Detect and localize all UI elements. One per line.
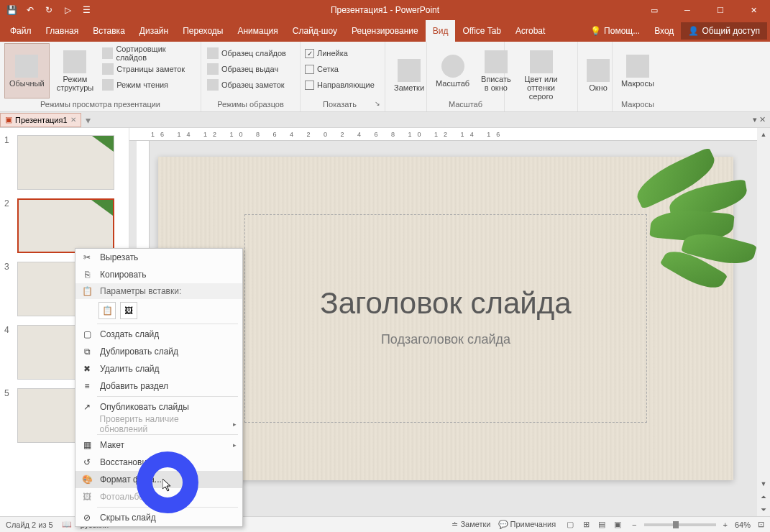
ctx-reset-slide[interactable]: ↺Восстановить слайд — [75, 454, 242, 471]
status-comments-button[interactable]: 💬 Примечания — [498, 520, 556, 529]
status-notes-button[interactable]: ≐ Заметки — [452, 520, 490, 529]
slide-thumbnail-1[interactable] — [17, 135, 114, 190]
copy-icon: ⎘ — [81, 269, 93, 280]
ctx-cut[interactable]: ✂Вырезать — [75, 249, 242, 266]
view-outline[interactable]: Режим структуры — [52, 43, 98, 98]
zoom-in-button[interactable]: + — [723, 520, 728, 529]
qat-redo[interactable]: ↻ — [40, 1, 58, 19]
view-slideshow-icon[interactable]: ▣ — [610, 518, 625, 531]
show-grid[interactable]: Сетка — [305, 62, 375, 76]
layout-icon: ▦ — [81, 439, 93, 451]
menu-officetab[interactable]: Office Tab — [455, 20, 508, 42]
slide-title-placeholder[interactable]: Заголовок слайда — [230, 286, 661, 321]
zoom-slider[interactable] — [644, 523, 716, 526]
maximize-button[interactable]: ☐ — [704, 0, 737, 20]
reset-icon: ↺ — [81, 457, 93, 468]
section-icon: ≡ — [81, 380, 93, 392]
menu-file[interactable]: Файл — [3, 20, 39, 42]
scissors-icon: ✂ — [81, 252, 93, 263]
group-show-label: Показать ↘ — [305, 98, 380, 110]
slide-thumbnail-2[interactable] — [17, 198, 114, 253]
paste-keep-formatting[interactable]: 📋 — [98, 302, 116, 319]
menu-view[interactable]: Вид — [426, 20, 456, 42]
ctx-paste-options-header: 📋Параметры вставки: — [75, 283, 242, 299]
help-button[interactable]: 💡Помощ... — [583, 20, 647, 42]
new-slide-icon: ▢ — [81, 329, 93, 340]
powerpoint-icon: ▣ — [5, 115, 12, 124]
show-guides[interactable]: Направляющие — [305, 78, 375, 92]
view-sorter-icon[interactable]: ⊞ — [579, 518, 593, 531]
add-tab-button[interactable]: ▾ — [81, 114, 96, 126]
share-button[interactable]: 👤Общий доступ — [681, 22, 767, 40]
fit-slide-icon[interactable]: ⊡ — [758, 520, 764, 529]
view-normal-icon[interactable]: ▢ — [563, 518, 577, 531]
duplicate-icon: ⧉ — [81, 346, 93, 357]
publish-icon: ↗ — [81, 401, 93, 413]
menu-insert[interactable]: Вставка — [86, 20, 132, 42]
slide-canvas[interactable]: Заголовок слайда Подзаголовок слайда — [158, 157, 733, 480]
next-slide-icon[interactable]: ⏷ — [757, 503, 770, 516]
ctx-layout[interactable]: ▦Макет▸ — [75, 436, 242, 454]
clipboard-icon: 📋 — [81, 285, 93, 297]
view-normal[interactable]: Обычный — [4, 43, 50, 98]
scroll-down-icon[interactable]: ▼ — [757, 477, 770, 490]
menu-acrobat[interactable]: Acrobat — [508, 20, 552, 42]
color-grayscale-button[interactable]: Цвет или оттенки серого — [509, 43, 573, 107]
ctx-new-slide[interactable]: ▢Создать слайд — [75, 326, 242, 343]
ctx-format-background[interactable]: 🎨Формат фона... — [75, 471, 242, 488]
ribbon-options-icon[interactable]: ▭ — [638, 0, 671, 20]
view-notes-page[interactable]: Страницы заметок — [101, 62, 196, 76]
status-slide-number: Слайд 2 из 5 — [6, 520, 53, 529]
group-macros-label: Макросы — [617, 98, 659, 110]
menu-design[interactable]: Дизайн — [132, 20, 175, 42]
view-reading-icon[interactable]: ▤ — [595, 518, 609, 531]
menu-transitions[interactable]: Переходы — [175, 20, 230, 42]
show-ruler[interactable]: ✓Линейка — [305, 46, 375, 60]
view-reading[interactable]: Режим чтения — [101, 78, 196, 92]
master-notes[interactable]: Образец заметок — [206, 78, 288, 92]
notes-button[interactable]: Заметки — [390, 43, 428, 107]
zoom-out-button[interactable]: − — [632, 520, 636, 529]
qat-start-show[interactable]: ▷ — [59, 1, 76, 19]
ctx-publish-slides[interactable]: ↗Опубликовать слайды — [75, 398, 242, 416]
qat-save[interactable]: 💾 — [3, 1, 20, 19]
status-spellcheck-icon[interactable]: 📖 — [62, 520, 72, 529]
delete-icon: ✖ — [81, 363, 93, 375]
window-title: Презентация1 - PowerPoint — [331, 5, 439, 15]
photo-icon: 🖼 — [81, 491, 93, 503]
menu-animations[interactable]: Анимация — [230, 20, 285, 42]
group-masters-label: Режимы образцов — [206, 98, 295, 110]
prev-slide-icon[interactable]: ⏶ — [757, 490, 770, 503]
ctx-hide-slide[interactable]: ⊘Скрыть слайд — [75, 509, 242, 526]
menu-slideshow[interactable]: Слайд-шоу — [285, 20, 344, 42]
slide-subtitle-placeholder[interactable]: Подзаголовок слайда — [230, 332, 661, 347]
ctx-delete-slide[interactable]: ✖Удалить слайд — [75, 360, 242, 377]
document-tab[interactable]: ▣ Презентация1 ✕ — [0, 113, 81, 127]
ctx-copy[interactable]: ⎘Копировать — [75, 266, 242, 283]
ctx-check-updates: Проверить наличие обновлений▸ — [75, 416, 242, 433]
vertical-scrollbar[interactable]: ▲ ▼ ⏶ ⏷ — [757, 128, 770, 516]
master-slide[interactable]: Образец слайдов — [206, 46, 288, 60]
window-button[interactable]: Окно — [582, 43, 614, 107]
close-button[interactable]: ✕ — [737, 0, 770, 20]
master-handout[interactable]: Образец выдач — [206, 62, 288, 76]
ctx-duplicate-slide[interactable]: ⧉Дублировать слайд — [75, 343, 242, 360]
minimize-button[interactable]: ─ — [671, 0, 704, 20]
scroll-up-icon[interactable]: ▲ — [757, 128, 770, 141]
signin-button[interactable]: Вход — [647, 20, 681, 42]
ctx-add-section[interactable]: ≡Добавить раздел — [75, 377, 242, 395]
group-zoom-label: Масштаб — [431, 98, 500, 110]
horizontal-ruler: 16 14 12 10 8 6 4 2 0 2 4 6 8 10 12 14 1… — [129, 128, 770, 141]
view-sorter[interactable]: Сортировщик слайдов — [101, 46, 196, 60]
qat-undo[interactable]: ↶ — [22, 1, 39, 19]
ctx-photo-album: 🖼Фотоальбом... — [75, 488, 242, 505]
menu-home[interactable]: Главная — [39, 20, 86, 42]
macros-button[interactable]: Макросы — [617, 43, 659, 98]
close-tab-icon[interactable]: ✕ — [70, 116, 76, 124]
zoom-button[interactable]: Масштаб — [431, 43, 474, 98]
qat-more[interactable]: ☰ — [78, 1, 95, 19]
doc-tabs-menu[interactable]: ▾ ✕ — [748, 115, 770, 124]
paste-picture[interactable]: 🖼 — [120, 302, 137, 319]
zoom-percent[interactable]: 64% — [735, 520, 751, 529]
menu-review[interactable]: Рецензирование — [344, 20, 426, 42]
